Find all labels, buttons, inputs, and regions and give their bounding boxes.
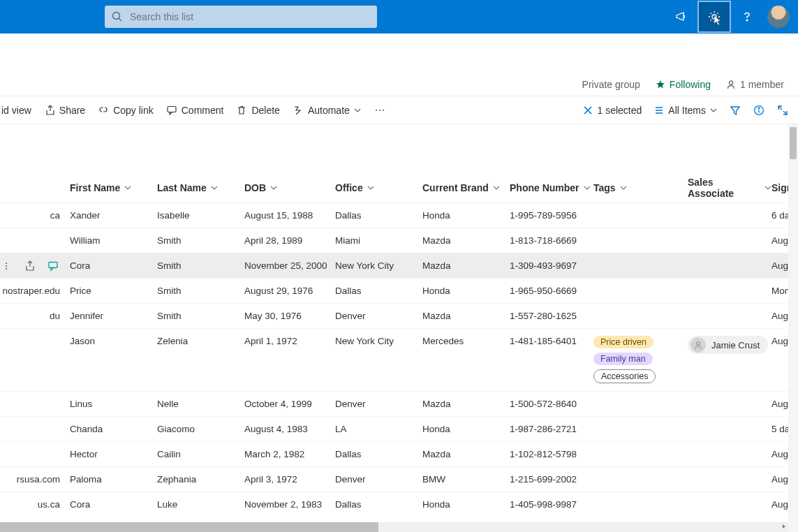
cell-phone: 1-500-572-8640 (510, 399, 593, 409)
cell-first-name: Xander (70, 210, 157, 221)
column-header-first-name[interactable]: First Name (70, 182, 157, 193)
column-header-office[interactable]: Office (335, 182, 422, 193)
following-button[interactable]: Following (656, 79, 711, 90)
members-label: 1 member (740, 79, 784, 90)
search-icon (112, 11, 123, 22)
comment-button[interactable]: Comment (166, 105, 224, 116)
automate-button[interactable]: Automate (293, 105, 361, 116)
table-row[interactable]: nostraper.edu Price Smith August 29, 197… (0, 278, 798, 303)
svg-point-0 (113, 13, 120, 20)
scroll-thumb[interactable] (0, 522, 378, 532)
person-icon (726, 80, 736, 89)
cell-phone: 1-965-950-6669 (510, 286, 593, 296)
search-box[interactable] (105, 6, 377, 28)
megaphone-icon[interactable] (665, 0, 697, 34)
members-button[interactable]: 1 member (726, 79, 784, 90)
trash-icon (236, 105, 247, 116)
info-button[interactable] (753, 105, 764, 116)
command-bar: id view Share Copy link Comment Delete A… (0, 96, 798, 124)
search-input[interactable] (130, 11, 370, 22)
expand-button[interactable] (777, 105, 788, 116)
svg-point-10 (758, 108, 760, 109)
filter-button[interactable] (730, 105, 741, 116)
column-header-tags[interactable]: Tags (593, 182, 688, 193)
automate-label: Automate (308, 105, 350, 116)
chevron-down-icon (710, 107, 717, 114)
cell-dob: November 2, 1983 (244, 499, 335, 510)
cell-tags: Price driven Family man Accessories (593, 336, 688, 383)
flow-icon (293, 105, 304, 116)
cell-last-name: Isabelle (157, 210, 244, 221)
question-icon (741, 10, 753, 23)
person-name: Jamie Crust (711, 340, 760, 350)
cell-phone: 1-481-185-6401 (510, 336, 593, 346)
tag-pill[interactable]: Price driven (593, 336, 653, 348)
scroll-thumb[interactable] (790, 127, 797, 159)
cell-dob: April 3, 1972 (244, 474, 335, 485)
settings-button[interactable] (697, 1, 731, 33)
cell-last-name: Zelenia (157, 336, 244, 346)
overflow-button[interactable] (374, 105, 386, 116)
cell-first-name: Paloma (70, 474, 157, 485)
cell-brand: Mazda (422, 449, 510, 459)
svg-point-15 (697, 342, 700, 346)
svg-line-1 (119, 18, 121, 21)
help-button[interactable] (731, 0, 763, 34)
table-row[interactable]: William Smith April 28, 1989 Miami Mazda… (0, 228, 798, 253)
cell-last-name: Zephania (157, 474, 244, 485)
cell-office: LA (335, 424, 422, 434)
row-comment-icon[interactable] (47, 260, 59, 272)
vertical-scrollbar[interactable] (788, 124, 798, 532)
horizontal-scrollbar[interactable] (0, 522, 788, 532)
comment-icon (166, 105, 177, 116)
svg-point-13 (6, 267, 7, 269)
copy-link-button[interactable]: Copy link (98, 105, 154, 116)
cell-dob: April 1, 1972 (244, 336, 335, 346)
column-header-sales-associate[interactable]: Sales Associate (688, 177, 771, 199)
cell-brand: Mercedes (422, 336, 510, 346)
scroll-arrow-icon[interactable] (781, 524, 787, 529)
cell-phone: 1-995-789-5956 (510, 210, 593, 221)
table-row[interactable]: Cora Smith November 25, 2000 New York Ci… (0, 253, 798, 278)
cell-phone: 1-215-699-2002 (510, 474, 593, 485)
cell-office: Denver (335, 399, 422, 409)
cell-brand: Honda (422, 286, 510, 296)
cell-brand: Mazda (422, 235, 510, 246)
table-row[interactable]: rsusa.com Paloma Zephania April 3, 1972 … (0, 466, 798, 492)
svg-point-6 (376, 109, 377, 110)
cell-brand: Honda (422, 210, 510, 221)
cell-dob: August 4, 1983 (244, 424, 335, 434)
table-row[interactable]: Linus Nelle October 4, 1999 Denver Mazda… (0, 391, 798, 416)
table-row[interactable]: du Jennifer Smith May 30, 1976 Denver Ma… (0, 303, 798, 328)
table-row[interactable]: Jason Zelenia April 1, 1972 New York Cit… (0, 328, 798, 391)
grid-view-button[interactable]: id view (1, 105, 31, 116)
copy-link-label: Copy link (113, 105, 154, 116)
tag-pill[interactable]: Family man (593, 353, 653, 365)
link-icon (98, 105, 109, 116)
cell-prefix: du (0, 311, 70, 321)
column-header-dob[interactable]: DOB (244, 182, 335, 193)
table-row[interactable]: ca Xander Isabelle August 15, 1988 Dalla… (0, 202, 798, 228)
column-header-current-brand[interactable]: Current Brand (422, 182, 510, 193)
delete-button[interactable]: Delete (236, 105, 279, 116)
user-avatar[interactable] (767, 6, 790, 28)
cell-last-name: Cailin (157, 449, 244, 459)
table-row[interactable]: us.ca Cora Luke November 2, 1983 Dallas … (0, 492, 798, 517)
column-header-last-name[interactable]: Last Name (157, 182, 244, 193)
clear-selection-button[interactable]: 1 selected (583, 105, 642, 116)
cell-brand: Honda (422, 499, 510, 510)
tag-pill[interactable]: Accessories (593, 369, 656, 383)
person-pill[interactable]: Jamie Crust (688, 336, 768, 354)
table-row[interactable]: Chanda Giacomo August 4, 1983 LA Honda 1… (0, 416, 798, 441)
row-more-icon[interactable] (1, 261, 11, 271)
cell-office: Dallas (335, 210, 422, 221)
row-share-icon[interactable] (24, 260, 35, 272)
share-button[interactable]: Share (44, 105, 85, 116)
suite-bar (0, 0, 798, 34)
cell-phone: 1-309-493-9697 (510, 260, 593, 271)
table-row[interactable]: Hector Cailin March 2, 1982 Dallas Mazda… (0, 441, 798, 466)
column-header-phone-number[interactable]: Phone Number (510, 182, 593, 193)
view-selector[interactable]: All Items (654, 105, 717, 116)
chevron-down-icon (124, 184, 131, 191)
cell-office: Denver (335, 474, 422, 485)
